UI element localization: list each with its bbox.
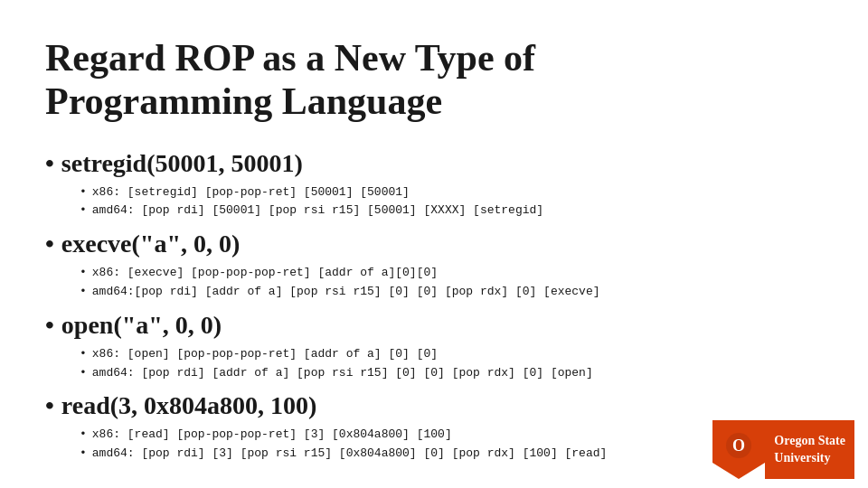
bullet-3-sub-2: amd64: [pop rdi] [addr of a] [pop rsi r1… — [80, 364, 823, 383]
bullet-3-sub-1: x86: [open] [pop-pop-pop-ret] [addr of a… — [80, 345, 823, 364]
osu-university-name: Oregon State University — [765, 420, 854, 479]
bullet-2-sub-2: amd64:[pop rdi] [addr of a] [pop rsi r15… — [80, 283, 823, 302]
bullet-4-sub-2: amd64: [pop rdi] [3] [pop rsi r15] [0x80… — [80, 445, 823, 464]
bullet-4-main: read(3, 0x804a800, 100) — [45, 391, 823, 420]
osu-logo: O Oregon State University — [712, 420, 854, 479]
bullet-2-main: execve("a", 0, 0) — [45, 230, 823, 258]
bullet-3-subs: x86: [open] [pop-pop-pop-ret] [addr of a… — [80, 345, 823, 383]
bullet-1-subs: x86: [setregid] [pop-pop-ret] [50001] [5… — [80, 183, 823, 221]
slide: Regard ROP as a New Type of Programming … — [0, 0, 868, 488]
bullet-3-main: open("a", 0, 0) — [45, 311, 823, 340]
bullet-1-sub-1: x86: [setregid] [pop-pop-ret] [50001] [5… — [80, 183, 823, 202]
slide-title: Regard ROP as a New Type of Programming … — [45, 36, 823, 124]
bullet-2-subs: x86: [execve] [pop-pop-pop-ret] [addr of… — [80, 264, 823, 302]
osu-shield-icon: O — [712, 420, 765, 479]
svg-text:O: O — [732, 436, 745, 455]
bullet-1-sub-2: amd64: [pop rdi] [50001] [pop rsi r15] [… — [80, 202, 823, 221]
bullet-1-main: setregid(50001, 50001) — [45, 149, 823, 178]
bullet-2-sub-1: x86: [execve] [pop-pop-pop-ret] [addr of… — [80, 264, 823, 283]
bullet-4-sub-1: x86: [read] [pop-pop-pop-ret] [3] [0x804… — [80, 426, 823, 445]
bullet-4-subs: x86: [read] [pop-pop-pop-ret] [3] [0x804… — [80, 426, 823, 464]
